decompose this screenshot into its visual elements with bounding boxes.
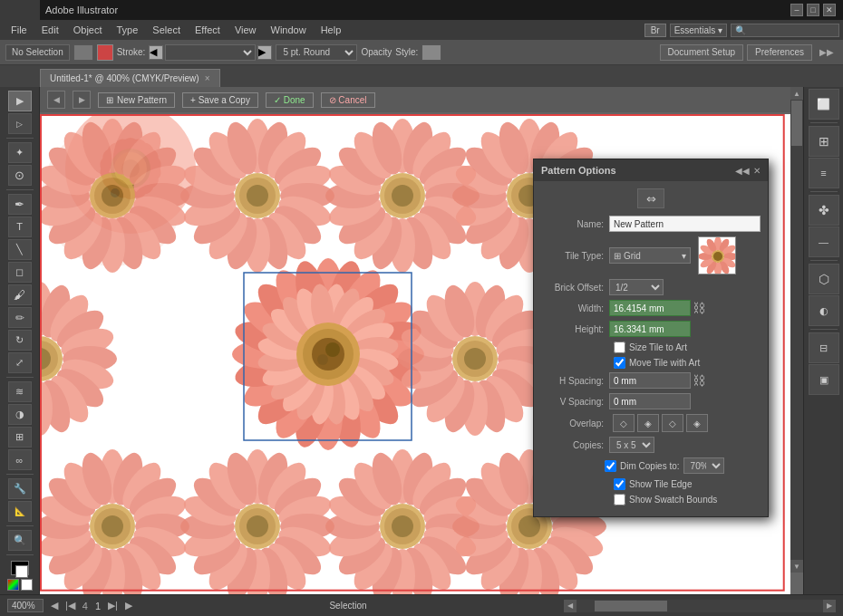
color-mode-btn[interactable] [7,579,19,591]
v-spacing-input[interactable] [609,393,691,409]
type-tool[interactable]: T [8,217,32,237]
transform-btn[interactable]: ⇔ [637,188,664,208]
artboards-button[interactable]: ▣ [809,364,839,395]
nav-forward-button[interactable]: ▶ [73,91,91,109]
save-copy-button[interactable]: + Save a Copy [182,92,258,108]
dim-copies-checkbox[interactable] [605,460,616,472]
pathfinder-button[interactable]: ✤ [809,195,839,226]
paintbrush-tool[interactable]: 🖌 [8,284,32,305]
options-arrow[interactable]: ▶▶ [816,47,838,57]
document-tab[interactable]: Untitled-1* @ 400% (CMYK/Preview) × [40,69,220,87]
stroke-arrow-left[interactable]: ◀ [149,45,163,60]
eyedropper-tool[interactable]: 🔧 [8,478,32,499]
h-spacing-input[interactable] [609,372,691,389]
menu-object[interactable]: Object [66,20,110,40]
warp-tool[interactable]: ≋ [8,381,32,402]
select-tool[interactable]: ▶ [8,91,32,111]
align-panel-button[interactable]: ≡ [809,158,839,188]
menu-type[interactable]: Type [110,20,146,40]
color-panel-button[interactable]: ⬜ [809,89,839,120]
minimize-button[interactable]: – [790,4,803,16]
overlap-right-front[interactable]: ◈ [637,414,659,432]
height-input[interactable] [609,321,691,337]
graphic-styles-button[interactable]: ⬡ [809,264,839,294]
mesh-tool[interactable]: ⊞ [8,427,32,448]
menu-edit[interactable]: Edit [34,20,66,40]
zoom-tool[interactable]: 🔍 [8,530,32,551]
stroke-width-select[interactable] [165,44,256,61]
scroll-up-button[interactable]: ▲ [790,87,803,100]
panel-close-button[interactable]: ✕ [753,166,761,176]
rect-tool[interactable]: ◻ [8,262,32,283]
horizontal-scrollbar[interactable]: ◀ ▶ [564,600,836,612]
scroll-left-button[interactable]: ◀ [564,600,577,612]
transform-panel-button[interactable]: ⊞ [809,126,839,157]
line-tool[interactable]: ╲ [8,239,32,260]
overlap-top-front[interactable]: ◇ [662,414,683,432]
fill-icon[interactable] [97,44,113,61]
close-button[interactable]: ✕ [823,4,836,16]
dim-value-select[interactable]: 70% [683,457,724,474]
show-tile-edge-checkbox[interactable] [614,478,625,490]
vertical-scrollbar[interactable]: ▲ ▼ [790,87,803,573]
panel-shrink-button[interactable]: ◀◀ [735,166,750,176]
name-input[interactable] [609,216,761,232]
new-pattern-button[interactable]: ⊞ New Pattern [98,92,175,108]
link-spacing-button[interactable]: ⛓ [691,372,707,389]
status-nav-end[interactable]: ▶| [108,600,118,611]
link-width-height-button[interactable]: ⛓ [691,300,707,316]
maximize-button[interactable]: □ [807,4,819,16]
done-button[interactable]: ✓ Done [266,92,314,108]
cancel-button[interactable]: ⊘ Cancel [321,92,375,108]
rotate-tool[interactable]: ↻ [8,330,32,351]
menu-effect[interactable]: Effect [188,20,228,40]
measure-tool[interactable]: 📐 [8,501,32,522]
direct-select-tool[interactable]: ▷ [8,113,32,134]
panel-header[interactable]: Pattern Options ◀◀ ✕ [534,159,768,181]
zoom-input[interactable] [7,599,44,612]
pencil-tool[interactable]: ✏ [8,307,32,328]
brush-select[interactable]: 5 pt. Round [276,44,357,61]
blend-tool[interactable]: ∞ [8,449,32,470]
none-mode-btn[interactable] [21,579,33,591]
selection-dropdown[interactable]: No Selection [5,44,70,61]
status-nav-start[interactable]: |◀ [65,600,75,611]
overlap-left-front[interactable]: ◇ [613,414,635,432]
magic-wand-tool[interactable]: ✦ [8,142,32,163]
brick-offset-select[interactable]: 1/2 [609,279,664,295]
stroke-panel-button[interactable]: — [809,226,839,257]
lasso-tool[interactable]: ⊙ [8,165,32,186]
scroll-thumb[interactable] [791,101,802,146]
tab-close-button[interactable]: × [205,73,210,83]
status-nav-prev[interactable]: ◀ [51,600,58,611]
bridge-button[interactable]: Br [644,24,666,37]
copies-select[interactable]: 5 x 5 [609,437,654,453]
preferences-button[interactable]: Preferences [747,44,812,61]
tile-type-select[interactable]: ⊞ Grid ▾ [609,247,691,264]
status-nav-next[interactable]: ▶ [125,600,132,611]
doc-setup-button[interactable]: Document Setup [660,44,744,61]
scale-tool[interactable]: ⤢ [8,352,32,373]
menu-help[interactable]: Help [314,20,349,40]
nav-back-button[interactable]: ◀ [47,91,65,109]
pen-tool[interactable]: ✒ [8,194,32,215]
gradient-tool[interactable]: ◑ [8,404,32,425]
width-input[interactable] [609,300,691,316]
stroke-arrow-right[interactable]: ▶ [257,45,272,60]
layers-button[interactable]: ⊟ [809,332,839,363]
workspace-select[interactable]: Essentials ▾ [670,24,727,37]
menu-file[interactable]: File [4,20,34,40]
move-tile-checkbox[interactable] [614,357,625,369]
fill-box[interactable] [11,561,29,575]
menu-select[interactable]: Select [145,20,188,40]
size-tile-checkbox[interactable] [614,342,625,353]
search-input[interactable]: 🔍 [731,24,839,37]
style-color[interactable] [422,44,441,61]
appearance-button[interactable]: ◐ [809,295,839,326]
scroll-horiz-thumb[interactable] [595,601,667,611]
fill-color[interactable] [73,44,93,61]
scroll-right-button[interactable]: ▶ [823,600,836,612]
show-swatch-bounds-checkbox[interactable] [614,494,625,505]
overlap-bottom-front[interactable]: ◈ [686,414,708,432]
menu-window[interactable]: Window [264,20,314,40]
